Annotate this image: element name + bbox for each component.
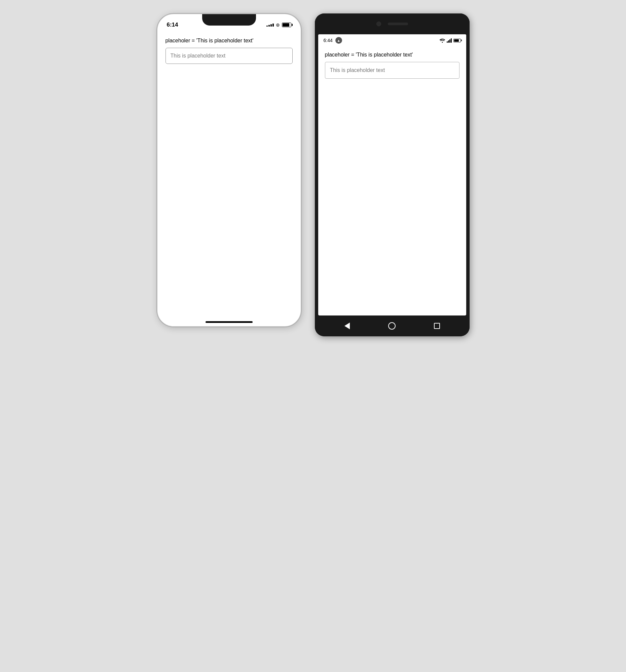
android-speaker <box>388 23 408 25</box>
android-back-button[interactable] <box>341 320 353 332</box>
signal-icon <box>447 38 452 43</box>
android-camera-icon <box>377 22 381 26</box>
android-recents-button[interactable] <box>431 320 443 332</box>
android-content: placeholer = 'This is placeholder text' <box>318 46 466 84</box>
android-status-bar: 6:44 ▲ <box>318 34 466 46</box>
battery-icon <box>282 23 291 27</box>
ios-content: placeholer = 'This is placeholder text' <box>158 31 301 71</box>
ios-home-indicator <box>206 321 252 323</box>
android-bottom-nav <box>315 315 470 336</box>
android-status-icons <box>440 38 461 43</box>
battery-fill <box>454 39 459 42</box>
android-label: placeholer = 'This is placeholder text' <box>325 52 459 58</box>
android-device: 6:44 ▲ <box>315 14 470 336</box>
ios-device: 6:14 ⊛ placeholer = 'This is placeholder… <box>157 14 302 327</box>
android-time: 6:44 <box>323 38 333 43</box>
autopilot-icon: ▲ <box>335 37 342 44</box>
back-icon <box>344 322 350 329</box>
android-text-input[interactable] <box>325 62 459 79</box>
wifi-icon <box>440 38 445 43</box>
battery-icon <box>453 39 461 42</box>
android-home-button[interactable] <box>386 320 398 332</box>
ios-text-input[interactable] <box>166 48 293 64</box>
home-icon <box>388 322 395 330</box>
signal-icon <box>266 24 274 27</box>
android-top-bar <box>315 14 470 34</box>
ios-status-icons: ⊛ <box>266 22 291 28</box>
recents-icon <box>434 323 440 329</box>
wifi-icon: ⊛ <box>276 22 280 28</box>
battery-fill <box>283 23 289 27</box>
ios-time: 6:14 <box>167 22 178 28</box>
ios-label: placeholer = 'This is placeholder text' <box>166 38 293 44</box>
ios-notch <box>202 14 256 26</box>
android-screen: 6:44 ▲ <box>318 34 466 315</box>
